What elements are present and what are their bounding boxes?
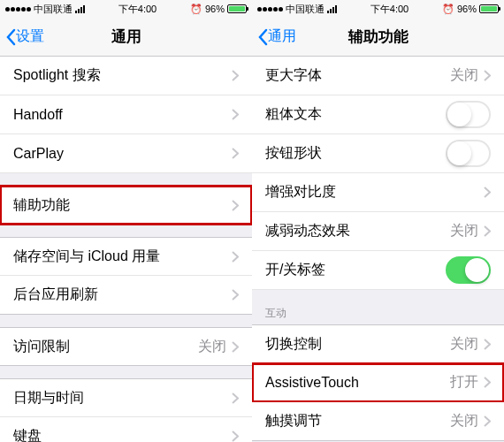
carrier-label: 中国联通 [34, 3, 73, 16]
settings-list[interactable]: Spotlight 搜索 Handoff CarPlay 辅助功能 储存空间与 … [0, 57, 252, 442]
nav-bar: 通用 辅助功能 [252, 18, 504, 57]
cell-label: 粗体文本 [265, 105, 446, 124]
cell-label: Spotlight 搜索 [13, 66, 232, 85]
cell-label: 键盘 [13, 427, 232, 442]
chevron-right-icon [484, 225, 491, 237]
cell-value: 关闭 [450, 66, 478, 85]
cell-accessibility[interactable]: 辅助功能 [0, 186, 252, 225]
cell-onoff-labels[interactable]: 开/关标签 [252, 251, 504, 290]
page-title: 通用 [111, 27, 141, 47]
alarm-icon: ⏰ [442, 4, 454, 15]
cell-label: 按钮形状 [265, 144, 446, 163]
cell-bold-text[interactable]: 粗体文本 [252, 95, 504, 134]
cell-value: 关闭 [450, 335, 478, 354]
battery-icon [227, 4, 247, 13]
chevron-right-icon [232, 200, 239, 211]
section-header-interaction: 互动 [252, 302, 504, 324]
cell-larger-text[interactable]: 更大字体 关闭 [252, 57, 504, 95]
cell-storage[interactable]: 储存空间与 iCloud 用量 [0, 237, 252, 276]
cell-label: 减弱动态效果 [265, 222, 450, 240]
nav-bar: 设置 通用 [0, 18, 252, 57]
cell-label: 增强对比度 [265, 183, 484, 202]
status-bar: 中国联通 下午4:00 ⏰ 96% [252, 0, 504, 18]
cell-restrictions[interactable]: 访问限制 关闭 [0, 327, 252, 366]
cell-label: CarPlay [13, 146, 232, 162]
alarm-icon: ⏰ [190, 4, 202, 15]
cell-reduce-motion[interactable]: 减弱动态效果 关闭 [252, 212, 504, 251]
cell-label: 切换控制 [265, 335, 450, 354]
cell-datetime[interactable]: 日期与时间 [0, 378, 252, 417]
cell-handoff[interactable]: Handoff [0, 95, 252, 134]
toggle-button-shapes[interactable] [446, 140, 491, 167]
battery-percent: 96% [457, 4, 477, 14]
cell-label: Handoff [13, 107, 232, 123]
cell-touch-adjust[interactable]: 触摸调节 关闭 [252, 402, 504, 441]
right-screen: 中国联通 下午4:00 ⏰ 96% 通用 辅助功能 更大字体 关闭 粗体文本 按… [252, 0, 504, 442]
carrier-label: 中国联通 [286, 3, 325, 16]
cell-switch-control[interactable]: 切换控制 关闭 [252, 324, 504, 363]
chevron-right-icon [232, 148, 239, 159]
status-time: 下午4:00 [370, 3, 409, 16]
cell-assistivetouch[interactable]: AssistiveTouch 打开 [252, 363, 504, 402]
chevron-right-icon [232, 341, 239, 353]
toggle-bold-text[interactable] [446, 101, 491, 128]
chevron-right-icon [484, 377, 491, 388]
back-button[interactable]: 设置 [0, 27, 44, 46]
cell-value: 关闭 [450, 222, 478, 240]
cell-value: 打开 [450, 373, 478, 392]
cell-label: 储存空间与 iCloud 用量 [13, 248, 232, 266]
cell-label: 日期与时间 [13, 389, 232, 408]
back-button[interactable]: 通用 [252, 27, 296, 46]
status-bar: 中国联通 下午4:00 ⏰ 96% [0, 0, 252, 18]
cell-label: 后台应用刷新 [13, 286, 232, 304]
toggle-onoff-labels[interactable] [446, 256, 491, 284]
cell-button-shapes[interactable]: 按钮形状 [252, 134, 504, 173]
chevron-right-icon [484, 339, 491, 350]
battery-icon [479, 4, 499, 13]
chevron-right-icon [232, 70, 239, 81]
battery-percent: 96% [205, 4, 225, 14]
chevron-right-icon [484, 70, 491, 81]
cell-carplay[interactable]: CarPlay [0, 134, 252, 173]
cell-spotlight[interactable]: Spotlight 搜索 [0, 57, 252, 95]
left-screen: 中国联通 下午4:00 ⏰ 96% 设置 通用 Spotlight 搜索 Han… [0, 0, 252, 442]
chevron-right-icon [232, 251, 239, 263]
chevron-left-icon [5, 28, 16, 46]
status-time: 下午4:00 [118, 3, 157, 16]
chevron-right-icon [484, 415, 491, 427]
page-title: 辅助功能 [348, 27, 409, 47]
cell-keyboard[interactable]: 键盘 [0, 417, 252, 442]
cell-value: 关闭 [450, 412, 478, 431]
chevron-right-icon [232, 289, 239, 301]
cell-label: 开/关标签 [265, 261, 446, 279]
chevron-left-icon [257, 28, 268, 46]
chevron-right-icon [484, 187, 491, 198]
cell-background-refresh[interactable]: 后台应用刷新 [0, 276, 252, 315]
chevron-right-icon [232, 109, 239, 120]
cell-label: AssistiveTouch [265, 375, 450, 391]
cell-label: 触摸调节 [265, 412, 450, 431]
chevron-right-icon [232, 431, 239, 442]
cell-label: 辅助功能 [13, 196, 232, 215]
accessibility-list[interactable]: 更大字体 关闭 粗体文本 按钮形状 增强对比度 减弱动态效果 关闭 开/关标签 … [252, 57, 504, 442]
back-label: 设置 [16, 27, 44, 46]
cell-value: 关闭 [198, 338, 226, 356]
cell-increase-contrast[interactable]: 增强对比度 [252, 173, 504, 212]
chevron-right-icon [232, 392, 239, 404]
cell-label: 更大字体 [265, 66, 450, 85]
back-label: 通用 [268, 27, 296, 46]
cell-label: 访问限制 [13, 338, 198, 356]
